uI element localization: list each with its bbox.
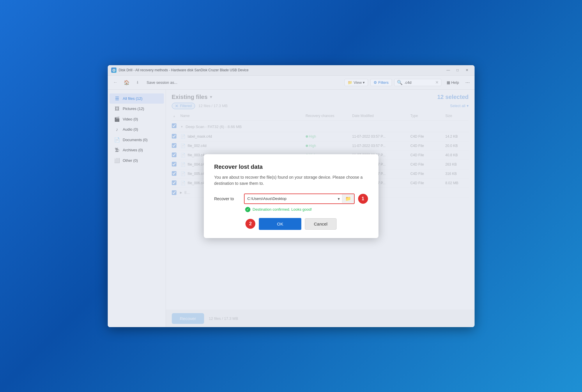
modal-step1-badge: 1 [358,194,368,204]
modal-recover-row: Recover to ▾ 📁 1 [214,194,368,204]
modal-recover-to-label: Recover to [214,196,240,201]
modal-description: You are about to recover the file(s) fou… [214,174,368,187]
modal-ok-button[interactable]: OK [259,218,301,230]
modal-path-folder-button[interactable]: 📁 [342,194,354,203]
recover-dialog: Recover lost data You are about to recov… [204,154,378,238]
modal-path-input[interactable] [245,194,335,203]
modal-confirmed-check-icon: ✓ [245,207,250,212]
modal-cancel-button[interactable]: Cancel [305,218,337,230]
modal-step2-badge: 2 [245,219,255,229]
modal-title: Recover lost data [214,164,368,170]
modal-confirmed-text: Destination confirmed. Looks good! [253,207,312,212]
modal-confirmed-message: ✓ Destination confirmed. Looks good! [245,207,368,212]
modal-path-chevron-icon[interactable]: ▾ [335,194,342,203]
modal-buttons: 2 OK Cancel [214,218,368,230]
modal-path-container: ▾ 📁 [244,194,355,204]
modal-overlay: Recover lost data You are about to recov… [108,65,475,327]
